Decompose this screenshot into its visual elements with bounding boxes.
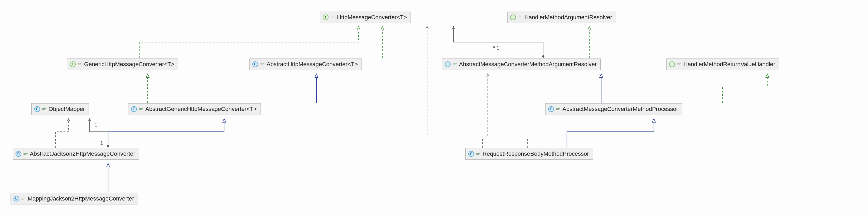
node-abstract-message-converter-method-processor[interactable]: C AbstractMessageConverterMethodProcesso… (545, 103, 682, 115)
node-abstract-http-message-converter[interactable]: C AbstractHttpMessageConverter<T> (249, 59, 362, 70)
node-handler-method-argument-resolver[interactable]: I HandlerMethodArgumentResolver (507, 11, 616, 23)
list-icon (556, 108, 560, 111)
node-label: ObjectMapper (49, 106, 85, 112)
list-icon (21, 197, 26, 200)
node-label: RequestResponseBodyMethodProcessor (483, 150, 589, 157)
node-request-response-body-method-processor[interactable]: C RequestResponseBodyMethodProcessor (465, 148, 593, 160)
node-label: HttpMessageConverter<T> (337, 14, 407, 21)
interface-icon: I (669, 61, 675, 67)
list-icon (677, 63, 681, 66)
node-label: AbstractMessageConverterMethodProcessor (562, 106, 678, 112)
node-abstract-message-converter-method-argument-resolver[interactable]: C AbstractMessageConverterMethodArgument… (442, 59, 601, 70)
list-icon (453, 63, 457, 66)
class-icon: C (252, 61, 258, 67)
node-abstract-generic-http-message-converter[interactable]: C AbstractGenericHttpMessageConverter<T> (128, 103, 261, 115)
list-icon (260, 63, 265, 66)
node-abstract-jackson2-http-message-converter[interactable]: C AbstractJackson2HttpMessageConverter (13, 148, 139, 160)
uml-canvas: I HttpMessageConverter<T> I HandlerMetho… (0, 0, 868, 215)
class-icon: C (131, 106, 137, 112)
multiplicity-label: 1 (100, 140, 103, 146)
class-icon: C (468, 151, 474, 157)
class-icon: C (548, 106, 554, 112)
node-http-message-converter[interactable]: I HttpMessageConverter<T> (320, 11, 411, 23)
node-label: AbstractGenericHttpMessageConverter<T> (145, 106, 257, 112)
list-icon (331, 16, 335, 19)
list-icon (24, 152, 28, 155)
list-icon (78, 63, 82, 66)
list-icon (518, 16, 522, 19)
node-mapping-jackson2-http-message-converter[interactable]: C MappingJackson2HttpMessageConverter (10, 193, 138, 205)
interface-icon: I (323, 14, 329, 20)
list-icon (139, 108, 143, 111)
multiplicity-label: 1 (94, 122, 97, 128)
list-icon (476, 152, 480, 155)
node-label: HandlerMethodReturnValueHandler (683, 61, 775, 68)
node-label: MappingJackson2HttpMessageConverter (28, 195, 134, 202)
class-icon: C (34, 106, 40, 112)
list-icon (42, 108, 46, 111)
node-object-mapper[interactable]: C ObjectMapper (31, 103, 89, 115)
class-icon: C (13, 196, 19, 202)
node-handler-method-return-value-handler[interactable]: I HandlerMethodReturnValueHandler (666, 59, 779, 70)
node-label: AbstractHttpMessageConverter<T> (267, 61, 358, 68)
interface-icon: I (70, 61, 76, 67)
class-icon: C (16, 151, 21, 157)
node-generic-http-message-converter[interactable]: I GenericHttpMessageConverter<T> (67, 59, 178, 70)
interface-icon: I (510, 14, 516, 20)
node-label: HandlerMethodArgumentResolver (524, 14, 612, 21)
node-label: AbstractJackson2HttpMessageConverter (30, 150, 135, 157)
node-label: GenericHttpMessageConverter<T> (84, 61, 174, 68)
multiplicity-label: * 1 (493, 45, 499, 51)
node-label: AbstractMessageConverterMethodArgumentRe… (459, 61, 597, 68)
class-icon: C (445, 61, 451, 67)
